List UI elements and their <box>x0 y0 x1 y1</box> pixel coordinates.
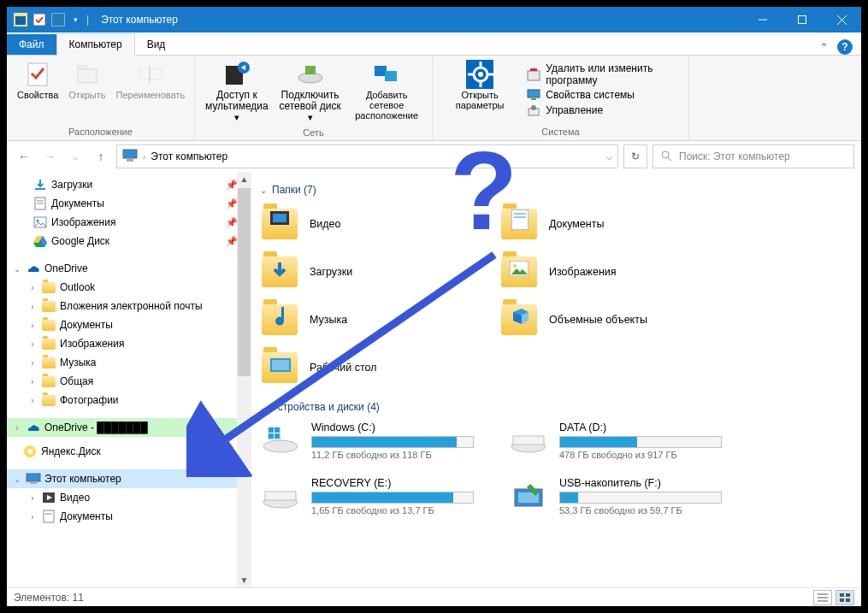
chevron-right-icon[interactable]: › <box>27 321 38 330</box>
svg-rect-35 <box>35 188 45 190</box>
address-dropdown-icon[interactable]: ⌵ <box>606 150 612 162</box>
chevron-down-icon[interactable]: ⌄ <box>260 186 267 195</box>
content-area[interactable]: ⌄ Папки (7) Видео Документы Загрузки Изо… <box>251 172 861 587</box>
back-button[interactable]: ← <box>14 146 34 167</box>
folder-tile[interactable]: Рабочий стол <box>260 348 482 387</box>
folder-tile[interactable]: Загрузки <box>260 252 482 292</box>
folder-tile[interactable]: Музыка <box>260 300 482 339</box>
img-icon <box>32 215 48 230</box>
svg-rect-43 <box>27 474 40 481</box>
tab-file[interactable]: Файл <box>7 34 56 55</box>
drive-tile[interactable]: DATA (D:) 478 ГБ свободно из 917 ГБ <box>508 421 739 460</box>
navigation-pane[interactable]: Загрузки 📌 Документы 📌 Изображения 📌 Goo… <box>7 172 251 587</box>
svg-point-57 <box>263 440 298 452</box>
rename-button[interactable]: Переименовать <box>111 59 191 102</box>
drive-usage-bar <box>311 436 474 448</box>
uninstall-icon <box>527 68 540 81</box>
group-drives[interactable]: ⌄ Устройства и диски (4) <box>260 401 854 413</box>
tree-quick-item[interactable]: Документы 📌 <box>7 194 251 213</box>
chevron-right-icon[interactable]: › <box>27 358 38 368</box>
computer-icon <box>26 471 41 486</box>
tree-onedrive[interactable]: ⌄ OneDrive <box>7 259 251 278</box>
tree-folder-item[interactable]: › Вложения электронной почты <box>7 297 251 315</box>
drive-tile[interactable]: Windows (C:) 11,2 ГБ свободно из 118 ГБ <box>260 421 491 460</box>
tab-computer[interactable]: Компьютер <box>56 33 135 56</box>
chevron-right-icon[interactable]: › <box>12 423 22 433</box>
address-bar[interactable]: › Этот компьютер ⌵ <box>116 144 618 168</box>
folder-tile[interactable]: Документы <box>499 204 722 244</box>
refresh-button[interactable]: ↻ <box>623 144 647 168</box>
chevron-right-icon[interactable]: › <box>27 396 38 405</box>
close-button[interactable] <box>822 7 861 32</box>
chevron-right-icon[interactable]: › <box>27 493 38 503</box>
maximize-button[interactable] <box>782 7 822 32</box>
open-button[interactable]: Открыть <box>63 59 110 102</box>
add-network-location-button[interactable]: Добавить сетевое расположение <box>346 59 427 122</box>
minimize-button[interactable] <box>743 7 782 32</box>
tree-pc-item[interactable]: › Видео <box>7 488 251 507</box>
tree-folder-item[interactable]: › Outlook <box>7 278 251 297</box>
folder-tile[interactable]: Объемные объекты <box>499 300 722 339</box>
chevron-right-icon[interactable]: › <box>27 302 38 311</box>
tree-quick-item[interactable]: Google Диск 📌 <box>7 232 251 251</box>
forward-button[interactable]: → <box>39 146 60 167</box>
settings-gear-icon <box>466 61 493 88</box>
scroll-up-icon[interactable]: ▲ <box>237 172 251 186</box>
manage-button[interactable]: Управление <box>527 103 678 117</box>
qat-dropdown-icon[interactable]: ▾ <box>74 15 78 24</box>
qat-newfolder-icon[interactable] <box>51 13 65 27</box>
details-view-button[interactable] <box>813 590 832 605</box>
tree-yandex-disk[interactable]: Яндекс.Диск <box>7 442 251 461</box>
rename-icon <box>137 61 164 88</box>
tree-folder-item[interactable]: › Общая <box>7 372 251 391</box>
recent-dropdown[interactable]: ⌵ <box>65 146 86 167</box>
tree-folder-item[interactable]: › Документы <box>7 315 251 334</box>
library-icon <box>41 509 56 524</box>
monitor-icon <box>527 88 540 102</box>
folder-tile[interactable]: Видео <box>260 204 482 244</box>
system-properties-button[interactable]: Свойства системы <box>527 88 678 102</box>
qat-properties-icon[interactable] <box>32 13 46 27</box>
up-button[interactable]: ↑ <box>91 146 111 167</box>
tree-folder-item[interactable]: › Фотографии <box>7 391 251 410</box>
drive-tile[interactable]: RECOVERY (E:) 1,65 ГБ свободно из 13,7 Г… <box>260 477 491 516</box>
svg-rect-1 <box>15 16 26 25</box>
chevron-right-icon[interactable]: › <box>27 339 38 349</box>
help-icon[interactable]: ? <box>837 39 853 55</box>
folder-tile[interactable]: Изображения <box>499 252 722 292</box>
chevron-down-icon[interactable]: ⌄ <box>12 474 22 484</box>
drive-tile[interactable]: USB-накопитель (F:) 53,3 ГБ свободно из … <box>508 477 739 516</box>
scroll-down-icon[interactable]: ▼ <box>237 573 251 587</box>
nav-scrollbar[interactable]: ▲ ▼ <box>237 172 251 587</box>
ribbon: Свойства Открыть Переименовать Расположе… <box>7 56 861 141</box>
svg-rect-46 <box>44 510 54 522</box>
collapse-ribbon-icon[interactable]: ⌃ <box>819 41 829 54</box>
tree-quick-item[interactable]: Загрузки 📌 <box>7 175 251 194</box>
chevron-right-icon[interactable]: › <box>27 377 38 386</box>
svg-rect-31 <box>123 150 137 158</box>
svg-rect-16 <box>375 66 387 76</box>
tab-view[interactable]: Вид <box>135 34 178 55</box>
map-drive-button[interactable]: Подключить сетевой диск ▾ <box>274 59 347 124</box>
chevron-right-icon[interactable]: › <box>27 512 38 522</box>
chevron-down-icon[interactable]: ⌄ <box>260 403 267 412</box>
open-settings-button[interactable]: Открыть параметры <box>438 59 522 112</box>
uninstall-program-button[interactable]: Удалить или изменить программу <box>527 62 678 86</box>
tiles-view-button[interactable] <box>836 590 854 605</box>
tree-quick-item[interactable]: Изображения 📌 <box>7 213 251 232</box>
properties-button[interactable]: Свойства <box>12 59 63 102</box>
chevron-down-icon[interactable]: ⌄ <box>12 264 22 274</box>
search-input[interactable]: Поиск: Этот компьютер <box>652 144 854 168</box>
scrollbar-thumb[interactable] <box>238 188 251 376</box>
group-folders[interactable]: ⌄ Папки (7) <box>260 184 854 196</box>
tree-onedrive-business[interactable]: › OneDrive - ███████ <box>7 418 251 437</box>
chevron-right-icon[interactable]: › <box>27 283 38 292</box>
tree-this-pc[interactable]: ⌄ Этот компьютер <box>7 469 251 488</box>
tree-folder-item[interactable]: › Изображения <box>7 334 251 353</box>
tree-folder-item[interactable]: › Музыка <box>7 353 251 372</box>
svg-rect-15 <box>305 66 316 74</box>
tree-pc-item[interactable]: › Документы <box>7 507 251 526</box>
media-access-button[interactable]: Доступ к мультимедиа ▾ <box>200 59 274 124</box>
folder-icon <box>260 204 299 244</box>
ribbon-group-location: Расположение <box>7 127 194 140</box>
